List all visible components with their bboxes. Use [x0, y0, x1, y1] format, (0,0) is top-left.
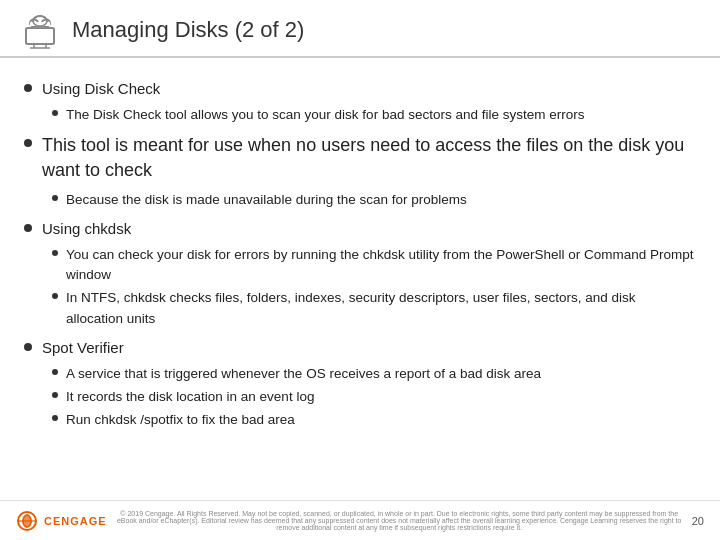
section-spot-verifier-subs: A service that is triggered whenever the… [52, 364, 696, 431]
cengage-logo: CENGAGE [16, 510, 107, 532]
section-tool-usage-subs: Because the disk is made unavailable dur… [52, 190, 696, 210]
sub-bullet-dot [52, 392, 58, 398]
bullet-dot [24, 84, 32, 92]
section-disk-check-title: Using Disk Check [42, 78, 160, 99]
list-item: In NTFS, chkdsk checks files, folders, i… [52, 288, 696, 329]
sub-item-text: In NTFS, chkdsk checks files, folders, i… [66, 288, 696, 329]
list-item: It records the disk location in an event… [52, 387, 696, 407]
main-content: Using Disk Check The Disk Check tool all… [0, 58, 720, 445]
sub-bullet-dot [52, 250, 58, 256]
section-disk-check: Using Disk Check [24, 78, 696, 99]
sub-bullet-dot [52, 293, 58, 299]
svg-rect-0 [26, 28, 54, 44]
sub-item-text: Because the disk is made unavailable dur… [66, 190, 467, 210]
sub-bullet-dot [52, 369, 58, 375]
footer-copyright: © 2019 Cengage. All Rights Reserved. May… [117, 510, 682, 531]
section-disk-check-subs: The Disk Check tool allows you to scan y… [52, 105, 696, 125]
sub-item-text: Run chkdsk /spotfix to fix the bad area [66, 410, 295, 430]
list-item: A service that is triggered whenever the… [52, 364, 696, 384]
section-chkdsk: Using chkdsk [24, 218, 696, 239]
footer-page-number: 20 [692, 515, 704, 527]
sub-item-text: A service that is triggered whenever the… [66, 364, 541, 384]
section-tool-usage-title: This tool is meant for use when no users… [42, 133, 696, 183]
section-tool-usage: This tool is meant for use when no users… [24, 133, 696, 183]
sub-item-text: You can check your disk for errors by ru… [66, 245, 696, 286]
bullet-dot [24, 224, 32, 232]
cloud-monitor-icon [20, 10, 60, 50]
sub-bullet-dot [52, 195, 58, 201]
page-header: Managing Disks (2 of 2) [0, 0, 720, 58]
cengage-logo-icon [16, 510, 38, 532]
bullet-dot [24, 343, 32, 351]
list-item: Because the disk is made unavailable dur… [52, 190, 696, 210]
section-chkdsk-subs: You can check your disk for errors by ru… [52, 245, 696, 329]
sub-item-text: It records the disk location in an event… [66, 387, 314, 407]
section-chkdsk-title: Using chkdsk [42, 218, 131, 239]
page-footer: CENGAGE © 2019 Cengage. All Rights Reser… [0, 500, 720, 540]
section-spot-verifier: Spot Verifier [24, 337, 696, 358]
sub-item-text: The Disk Check tool allows you to scan y… [66, 105, 584, 125]
cengage-logo-text: CENGAGE [44, 515, 107, 527]
section-spot-verifier-title: Spot Verifier [42, 337, 124, 358]
list-item: You can check your disk for errors by ru… [52, 245, 696, 286]
sub-bullet-dot [52, 110, 58, 116]
page-title: Managing Disks (2 of 2) [72, 17, 304, 43]
sub-bullet-dot [52, 415, 58, 421]
list-item: Run chkdsk /spotfix to fix the bad area [52, 410, 696, 430]
bullet-dot [24, 139, 32, 147]
list-item: The Disk Check tool allows you to scan y… [52, 105, 696, 125]
